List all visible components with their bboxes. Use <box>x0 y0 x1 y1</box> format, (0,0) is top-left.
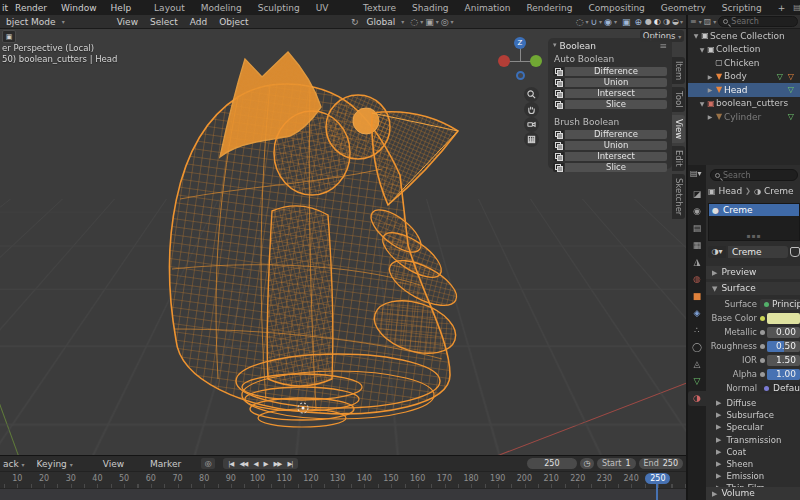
show-gizmo-icon[interactable]: ▣ <box>620 17 633 27</box>
outliner-row-collection[interactable]: ▼▣ Collection <box>688 43 800 57</box>
properties-tab[interactable]: ■ <box>688 289 706 304</box>
marker-menu[interactable]: Marker <box>144 459 187 469</box>
fake-user-shield-icon[interactable] <box>790 247 800 257</box>
subpanel-header[interactable]: ▶Transmission <box>716 434 800 446</box>
frame-start-field[interactable]: Start1 <box>597 458 636 469</box>
topbar-menu-item[interactable]: Window <box>54 3 104 13</box>
current-frame-field[interactable]: 250 <box>527 458 577 469</box>
metallic-slider[interactable]: 0.00 <box>767 327 800 338</box>
boolean-op-button[interactable]: Intersect <box>565 152 667 161</box>
viewport-menu-item[interactable]: Select <box>144 17 184 27</box>
shading-solid-icon[interactable]: ◐ <box>653 17 662 26</box>
pivot-icon[interactable]: ◌ <box>574 17 586 27</box>
roughness-slider[interactable]: 0.50 <box>767 341 800 352</box>
boolean-op-button[interactable]: Intersect <box>565 89 667 98</box>
navigation-gizmo[interactable]: Z <box>496 37 546 85</box>
auto-keying-icon[interactable]: ◎ <box>201 458 215 469</box>
material-name-field[interactable]: Creme <box>728 246 788 258</box>
animate-decorator-icon[interactable] <box>760 372 765 377</box>
shading-rendered-icon[interactable]: ◒ <box>671 17 680 26</box>
animate-decorator-icon[interactable] <box>760 330 765 335</box>
outliner-row-cylinder[interactable]: ▶▼ Cylinder ▽ <box>688 110 800 124</box>
properties-tab[interactable]: ◯ <box>688 340 706 355</box>
material-slot-list[interactable]: ● Creme ▪▪▪ <box>708 203 800 241</box>
properties-tab[interactable]: ∴ <box>688 323 706 338</box>
base-color-swatch[interactable] <box>767 313 800 324</box>
menu-edit-clipped[interactable]: it <box>0 3 8 13</box>
topbar-menu-item[interactable]: Render <box>8 3 54 13</box>
transport-button[interactable]: |◀ <box>225 460 236 468</box>
workspace-tab[interactable]: Compositing <box>580 0 652 15</box>
playback-menu-clipped[interactable]: ack ▾ <box>0 459 31 469</box>
perspective-toggle-button[interactable] <box>524 132 539 147</box>
playhead[interactable] <box>656 484 658 500</box>
breadcrumb-object[interactable]: Head <box>719 186 743 196</box>
mode-selector[interactable]: bject Mode <box>0 17 62 27</box>
workspace-tab[interactable]: + <box>770 0 794 15</box>
snap-target-icon[interactable]: ▣ <box>423 17 436 27</box>
outliner-row-chicken[interactable]: ▢ Chicken <box>688 56 800 70</box>
properties-search[interactable] <box>710 169 798 181</box>
normal-input[interactable]: Default <box>760 383 800 394</box>
animate-decorator-icon[interactable] <box>760 316 765 321</box>
properties-tab[interactable]: ▤ <box>688 221 706 236</box>
surface-panel-header[interactable]: ▼Surface <box>706 282 800 295</box>
outliner-search-input[interactable] <box>731 17 793 26</box>
screen-layout-icon[interactable]: ▤ <box>793 3 800 12</box>
properties-tab[interactable]: ▽ <box>688 374 706 389</box>
frame-end-field[interactable]: End250 <box>639 458 683 469</box>
properties-tab[interactable]: ◑ <box>688 391 706 406</box>
shading-wireframe-icon[interactable]: ● <box>644 17 653 26</box>
outliner-row-scene-collection[interactable]: ▼▣ Scene Collection <box>688 29 800 43</box>
gizmo-y-axis[interactable] <box>530 55 542 67</box>
transport-button[interactable]: ▶ <box>260 460 270 468</box>
boolean-op-button[interactable]: Union <box>565 141 667 150</box>
animate-decorator-icon[interactable] <box>760 358 765 363</box>
outliner-search[interactable] <box>718 16 798 27</box>
transport-button[interactable]: ◀◀ <box>236 460 250 468</box>
browse-material-icon[interactable]: ◑▾ <box>708 246 726 258</box>
transform-orientation[interactable]: Global <box>361 17 402 27</box>
camera-view-button[interactable] <box>524 117 539 132</box>
workspace-tab[interactable]: Scripting <box>714 0 770 15</box>
zoom-button[interactable] <box>524 87 539 102</box>
editor-type-icon[interactable]: ▤▾ <box>690 169 702 178</box>
workspace-tab[interactable]: Animation <box>457 0 519 15</box>
material-slot[interactable]: ● Creme <box>709 204 799 216</box>
properties-tab[interactable]: ▦ <box>688 238 706 253</box>
shading-material-icon[interactable]: ◑ <box>662 17 671 26</box>
workspace-tab[interactable]: Layout <box>146 0 193 15</box>
topbar-menu-item[interactable]: Help <box>104 3 139 13</box>
workspace-tab[interactable]: Sculpting <box>250 0 308 15</box>
workspace-tab[interactable]: Geometry Nodes <box>653 0 714 15</box>
gizmo-minus-z-axis[interactable] <box>516 71 525 80</box>
properties-tab[interactable]: ◍ <box>688 272 706 287</box>
subpanel-header[interactable]: ▶Diffuse <box>716 397 800 409</box>
properties-tab[interactable]: ◈ <box>688 306 706 321</box>
viewport-menu-item[interactable]: View <box>111 17 144 27</box>
workspace-tab[interactable]: Rendering <box>518 0 580 15</box>
chicken-wireframe-mesh[interactable] <box>120 49 480 449</box>
subpanel-header[interactable]: ▶Specular <box>716 421 800 433</box>
outliner-row-body[interactable]: ▶▼ Body ▽▽ <box>688 70 800 84</box>
viewport-menu-item[interactable]: Object <box>213 17 254 27</box>
subpanel-header[interactable]: ▶Subsurface <box>716 409 800 421</box>
ior-slider[interactable]: 1.50 <box>767 355 800 366</box>
properties-tab[interactable]: ◬ <box>688 357 706 372</box>
outliner-row-head[interactable]: ▶▼ Head ▽ <box>688 83 800 97</box>
transport-button[interactable]: ◀ <box>250 460 260 468</box>
display-mode-icon[interactable]: ≡ <box>690 17 697 26</box>
panel-grip-icon[interactable]: ≡ <box>659 41 667 51</box>
pivot-point-icon[interactable]: ◌ <box>408 17 420 27</box>
snap-magnet-icon[interactable]: ∪ <box>589 17 600 27</box>
subpanel-header[interactable]: ▶Sheen <box>716 458 800 470</box>
boolean-op-button[interactable]: Union <box>565 78 667 87</box>
workspace-tab[interactable]: Shading <box>404 0 457 15</box>
keying-menu[interactable]: Keying ▾ <box>31 459 79 469</box>
timeline-track-area[interactable] <box>0 488 686 500</box>
properties-search-input[interactable] <box>723 171 793 180</box>
preview-panel-header[interactable]: ▶Preview <box>706 266 800 279</box>
filter-icon[interactable]: ▨ <box>704 17 712 26</box>
breadcrumb-material[interactable]: Creme <box>764 186 794 196</box>
sidebar-tab[interactable]: Item <box>672 57 685 84</box>
